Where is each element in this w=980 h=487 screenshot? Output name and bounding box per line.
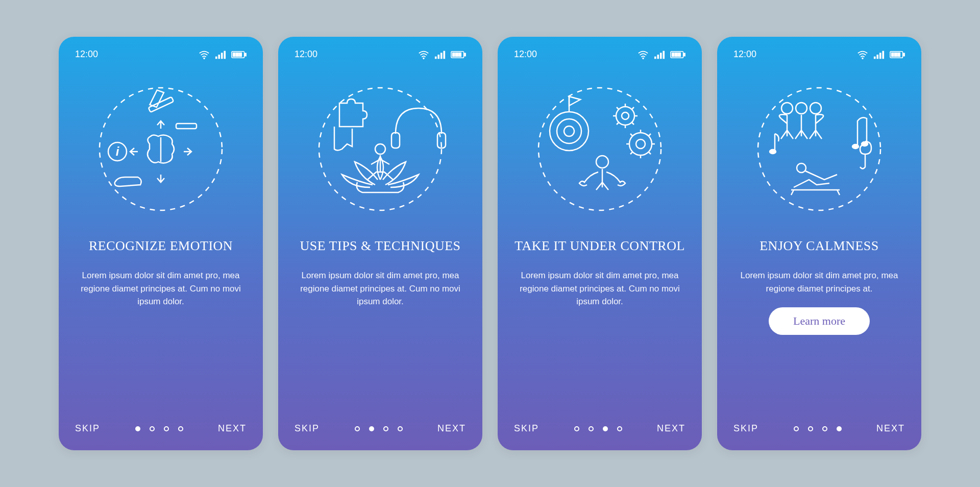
svg-rect-24	[456, 53, 458, 56]
gavel-icon	[143, 86, 174, 112]
svg-point-67	[797, 163, 806, 173]
svg-rect-32	[657, 55, 659, 59]
svg-point-46	[622, 112, 629, 119]
svg-line-70	[837, 190, 840, 195]
headphones-icon	[391, 108, 446, 148]
pager-dot[interactable]	[589, 426, 594, 431]
svg-rect-57	[892, 53, 894, 56]
svg-point-30	[643, 58, 644, 59]
svg-point-66	[770, 150, 776, 154]
pager-dot[interactable]	[355, 426, 360, 431]
svg-rect-31	[654, 56, 656, 59]
skip-button[interactable]: SKIP	[295, 423, 320, 434]
svg-rect-18	[437, 55, 439, 59]
brain-icon	[148, 135, 174, 163]
pager-dot[interactable]	[574, 426, 579, 431]
svg-rect-33	[660, 53, 662, 59]
signal-icon	[654, 50, 665, 59]
skip-button[interactable]: SKIP	[75, 423, 100, 434]
person-shrug-icon	[579, 156, 625, 190]
onboarding-title: Enjoy calmness	[760, 238, 879, 254]
status-bar: 12:00	[75, 49, 247, 60]
pager-dot[interactable]	[822, 426, 827, 431]
svg-rect-22	[464, 53, 465, 56]
svg-rect-1	[215, 56, 217, 59]
pager-dot[interactable]	[150, 426, 155, 431]
svg-rect-53	[879, 53, 881, 59]
onboarding-illustration: i	[75, 75, 247, 223]
svg-point-60	[758, 88, 880, 210]
onboarding-nav: SKIP NEXT	[733, 413, 905, 434]
battery-icon	[670, 50, 685, 59]
svg-rect-25	[459, 53, 461, 56]
onboarding-screen: 12:00	[498, 37, 702, 450]
next-button[interactable]: NEXT	[218, 423, 247, 434]
wifi-icon	[418, 50, 429, 59]
svg-point-61	[781, 103, 793, 114]
pager-dot[interactable]	[178, 426, 183, 431]
status-bar: 12:00	[295, 49, 466, 60]
svg-point-63	[810, 103, 821, 114]
next-button[interactable]: NEXT	[437, 423, 466, 434]
status-icons	[638, 50, 685, 59]
pager-dot[interactable]	[398, 426, 403, 431]
svg-point-47	[629, 133, 652, 155]
onboarding-nav: SKIP NEXT	[514, 413, 685, 434]
status-bar: 12:00	[514, 49, 685, 60]
battery-icon	[451, 50, 466, 59]
pager-dot[interactable]	[383, 426, 388, 431]
svg-rect-4	[224, 51, 226, 59]
onboarding-illustration	[514, 75, 685, 223]
next-button[interactable]: NEXT	[657, 423, 685, 434]
status-time: 12:00	[733, 49, 756, 60]
pager-dot[interactable]	[837, 426, 842, 431]
onboarding-description: Lorem ipsum dolor sit dim amet pro, mea …	[738, 269, 901, 295]
skip-button[interactable]: SKIP	[514, 423, 539, 434]
wifi-icon	[638, 50, 649, 59]
svg-rect-54	[882, 51, 884, 59]
svg-rect-20	[443, 51, 445, 59]
svg-rect-37	[672, 53, 674, 56]
next-button[interactable]: NEXT	[876, 423, 905, 434]
svg-rect-56	[903, 53, 904, 56]
pager-dot[interactable]	[808, 426, 813, 431]
status-time: 12:00	[295, 49, 317, 60]
music-notes-icon	[852, 117, 868, 149]
pager-dot[interactable]	[603, 426, 608, 431]
onboarding-description: Lorem ipsum dolor sit dim amet pro, mea …	[299, 269, 462, 308]
svg-rect-9	[239, 53, 241, 56]
svg-point-0	[204, 58, 205, 59]
target-icon	[550, 96, 589, 151]
onboarding-nav: SKIP NEXT	[295, 413, 466, 434]
svg-point-49	[596, 156, 608, 168]
svg-rect-6	[244, 53, 246, 56]
svg-point-50	[862, 58, 863, 59]
svg-point-43	[564, 126, 574, 136]
onboarding-description: Lorem ipsum dolor sit dim amet pro, mea …	[79, 269, 242, 308]
meditation-icon	[357, 144, 404, 192]
pager-dot[interactable]	[164, 426, 169, 431]
pager-dot[interactable]	[369, 426, 374, 431]
svg-point-41	[550, 112, 589, 151]
svg-point-64	[852, 144, 859, 149]
wifi-icon	[857, 50, 868, 59]
pager-dot[interactable]	[794, 426, 799, 431]
pager-dot[interactable]	[617, 426, 622, 431]
svg-point-45	[616, 107, 634, 125]
pager-dot[interactable]	[135, 426, 140, 431]
svg-rect-38	[675, 53, 677, 56]
svg-point-42	[557, 119, 581, 143]
onboarding-title: Use tips & techniques	[300, 238, 460, 254]
status-time: 12:00	[75, 49, 98, 60]
onboarding-title: Recognize emotion	[89, 238, 233, 254]
info-icon: i	[108, 142, 127, 161]
status-icons	[199, 50, 247, 59]
svg-rect-23	[453, 53, 455, 56]
puzzle-icon	[334, 99, 367, 151]
skip-button[interactable]: SKIP	[733, 423, 758, 434]
onboarding-illustration	[733, 75, 905, 223]
learn-more-button[interactable]: Learn more	[769, 307, 870, 335]
svg-rect-59	[898, 53, 900, 56]
onboarding-screen: 12:00 Use tips &	[278, 37, 482, 450]
signal-icon	[434, 50, 446, 59]
